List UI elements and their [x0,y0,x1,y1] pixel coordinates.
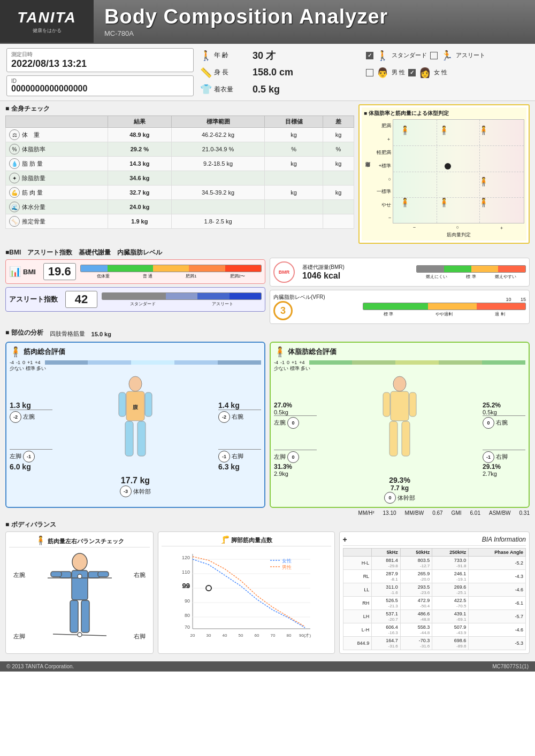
athlete-bar-seg-3 [197,293,229,299]
date-section: 測定日時 2022/08/13 13:21 [6,48,194,72]
muscle-left-arm-badge: -2 [10,411,21,423]
balance-left-leg-label: 左脚 [13,632,25,641]
metrics-row: MM/H² 13.10 MM/BW 0.67 GMI 6.01 ASM/BW 0… [5,510,530,516]
female-checkbox[interactable] [408,69,416,76]
lean-result: 34.6 kg [108,171,171,186]
col-header-target: 目標値 [265,116,323,128]
clothing-value: 0.5 kg [253,84,280,95]
svg-rect-9 [383,392,390,416]
bia-row-ll: LL 311.0-1.6 293.5-23.6 269.6-25.1 -4.6 [343,583,525,597]
bia-lh-pa: -5.7 [469,610,526,623]
muscle-scale-bar-2 [88,360,131,365]
bia-label-lh2: L-H [343,623,372,637]
bmr-icon-circle: BMR [273,261,295,283]
muscle-card-header: 🧍 筋肉総合評価 [10,346,261,358]
fat-left-values: 27.0% 0.5kg 左腕 0 左脚 0 [274,391,317,487]
weight-range: 46.2-62.2 kg [171,128,265,142]
fat-scale-bar-4 [439,360,482,365]
svg-rect-2 [119,392,126,416]
svg-text:女性: 女性 [282,558,292,564]
athlete-bar-seg-4 [230,293,261,299]
balance-right-arm-label: 右腕 [134,571,146,579]
bia-card: + BIA Information 5kHz 50kHz 250kHz Phas… [339,531,530,654]
vfr-scale-numbers: 10 15 [363,297,526,302]
svg-rect-20 [81,600,89,632]
athlete-value: 42 [65,291,97,308]
body-check-table: 結果 標準範囲 目標値 差 ⚖体 重 48.9 kg 46.2-62.2 kg … [5,115,354,229]
fat-pct-result: 29.2 % [108,142,171,157]
bmr-label: 基礎代謝量(BMR) [302,264,412,271]
bia-row-rh: RH 526.5-21.3 472.9-50.4 422.5-70.5 -6.1 [343,597,525,610]
leg-chart-area: 120 110 100 90 80 70 20 3 [162,549,331,645]
bia-hl-50: 803.5-12.7 [400,557,432,570]
fat-right-arm-value: 25.2% [483,402,525,409]
svg-rect-10 [409,392,416,416]
athlete-bar-seg-1 [102,293,166,299]
row-label-bone: 🦴推定骨量 [6,214,108,229]
date-value: 2022/08/13 13:21 [11,58,189,70]
bmi-card: 📊 BMI 19.6 低体重 [5,259,265,284]
bmi-bar-seg-3 [153,265,189,272]
standard-checkbox[interactable] [366,52,373,59]
bia-row-lh: LH 537.1-20.7 486.6-48.8 439.1-69.1 -5.7 [343,610,525,623]
header: TANITA 健康をはかる Body Composition Analyzer … [0,0,535,44]
body-type-section: ■ 体脂肪率と筋肉量による体型判定 体脂肪率判定 肥満 ＋ 軽肥満 +標準 ○ … [358,104,530,244]
svg-rect-3 [145,392,152,416]
bmi-label-underweight: 低体重 [97,273,110,279]
id-section: ID 0000000000000000 [6,75,194,96]
fat-figure-area: 29.3% 7.7 kg 0 体幹部 [317,374,483,504]
clothing-label: 着衣量 [214,85,233,94]
fat-right-leg-label-row: -1 右脚 [483,450,525,463]
leg-chart-svg: 120 110 100 90 80 70 20 3 [162,549,331,645]
fat-right-arm-label-row: 0 右腕 [483,415,525,429]
bone-icon: 🦴 [9,216,20,227]
fat-scale-bar-1 [309,360,353,365]
muscle-title-group: 🧍 筋肉総合評価 [10,346,65,358]
bmi-label-group: 📊 BMI [9,266,39,277]
fat-body-layout: 27.0% 0.5kg 左腕 0 左脚 0 [274,374,525,504]
fat-card-icon: 🧍 [274,346,286,358]
muscle-trunk-label-row: -3 体幹部 [120,485,151,497]
svg-text:70: 70 [271,633,276,638]
svg-text:男性: 男性 [282,565,292,570]
muscle-right-arm-badge: -2 [218,411,230,423]
svg-rect-18 [98,572,109,577]
muscle-card-icon: 🧍 [10,346,21,358]
leg-chart-title: 脚部筋肉量点数 [231,537,272,543]
bmr-bar-labels: 燃えにくい 標 準 燃えやすい [416,274,526,280]
analysis-title-row: ■ 部位の分析 四肢骨格筋量 15.0 kg [5,328,530,340]
leg-chart-icon: 🦵 [220,535,230,544]
vfr-bar-2 [428,303,477,310]
col-header-label [6,116,108,128]
vfr-bar-labels: 標 準 やや過剰 過 剰 [363,311,526,317]
male-checkbox[interactable] [366,69,373,76]
table-row: 🦴推定骨量 1.9 kg 1.8- 2.5 kg [6,214,354,229]
bia-rh-250: 422.5-70.5 [432,597,469,610]
lean-target [265,171,323,186]
water-target [265,200,323,214]
bia-rl-50: 265.9-20.0 [400,570,432,583]
top-section: ■ 全身チェック 結果 標準範囲 目標値 差 ⚖体 重 [5,104,530,244]
id-label: ID [11,78,189,84]
bia-rl-5: 287.9-8.1 [372,570,401,583]
athlete-checkbox[interactable] [430,52,438,59]
svg-text:90(才): 90(才) [299,633,311,638]
bia-lh2-50: 558.3-44.8 [400,623,432,637]
y-label-4: ○ [371,176,391,182]
bone-diff [323,214,354,229]
balance-check-title: 🧍 筋肉量左右バランスチェック [9,535,150,547]
body-balance-title: ■ ボディバランス [5,520,530,529]
fat-scale-bar-3 [395,360,439,365]
bmr-bar-area: 燃えにくい 標 準 燃えやすい [416,265,526,280]
muscle-trunk-area: 17.7 kg -3 体幹部 [120,476,151,497]
bone-range: 1.8- 2.5 kg [171,214,265,229]
svg-rect-8 [391,391,409,421]
leg-score-value: 99 [182,582,189,590]
muscle-icon: 💪 [9,187,20,198]
bia-col-phase: Phase Angle [469,549,526,557]
muscle-scale-bar-3 [131,360,174,365]
balance-figure-area: 左腕 右腕 左脚 右脚 [9,550,150,646]
balance-left-arm-label: 左腕 [13,571,25,579]
row-label-fat-mass: 💧脂 肪 量 [6,157,108,171]
fat-scale-bar [309,360,525,365]
